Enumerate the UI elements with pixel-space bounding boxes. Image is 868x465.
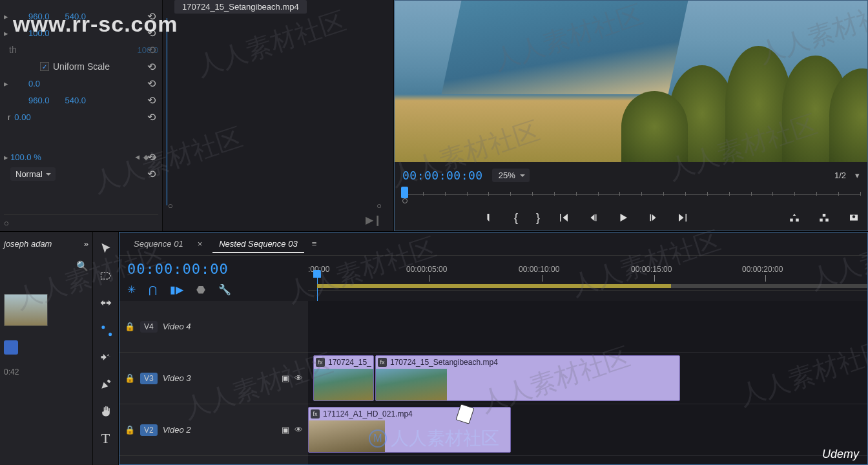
udemy-logo: Udemy [822,448,859,461]
track-tag[interactable]: V3 [140,373,158,384]
project-panel: joseph adam » 🔍 0:42 [0,232,93,465]
extract-icon[interactable] [818,212,830,223]
visibility-icon[interactable]: 👁 [294,425,303,435]
playhead-icon[interactable] [401,187,408,198]
uniform-scale-label: Uniform Scale [53,61,158,72]
slip-tool-icon[interactable] [98,349,114,365]
clip-label: 170724_15_Setangibeach.mp4 [390,358,498,367]
watermark-logo: M 人人素材社区 [369,426,499,451]
type-tool-icon[interactable]: T [98,431,114,446]
reset-icon[interactable]: ⟲ [147,111,156,123]
prev-keyframe-icon[interactable]: ◄ [134,153,141,161]
reset-icon[interactable]: ⟲ [147,151,156,163]
project-tab[interactable]: joseph adam [4,239,52,249]
settings-icon[interactable]: ▾ [855,170,860,180]
watermark-logo-text: 人人素材社区 [391,426,499,451]
antiflicker-value[interactable]: 0.00 [14,112,30,122]
program-preview[interactable] [395,1,867,162]
project-clip-thumb[interactable] [4,294,48,326]
snapping-icon[interactable]: ✳ [127,284,136,296]
toggle-output-icon[interactable]: ▣ [282,373,289,383]
panel-overflow-icon[interactable]: » [84,239,88,249]
settings-wrench-icon[interactable]: 🔧 [218,284,231,296]
markers-icon[interactable]: ⬣ [196,284,205,296]
selection-tool-icon[interactable] [98,241,114,256]
work-area-bar[interactable] [317,284,671,288]
anchor-y[interactable]: 540.0 [65,96,87,105]
razor-tool-icon[interactable] [98,322,114,338]
step-forward-icon[interactable] [647,212,659,223]
source-clip-tab[interactable]: 170724_15_Setangibeach.mp4 [174,0,307,14]
magnet-icon[interactable]: ⋂ [149,284,157,296]
clip-v3-b[interactable]: fx 170724_15_Setangibeach.mp4 [375,355,680,401]
visibility-icon[interactable]: 👁 [294,373,303,383]
reset-icon[interactable]: ⟲ [147,61,156,73]
zoom-dropdown[interactable]: 25% [492,169,530,182]
clip-v3-a[interactable]: fx 170724_15_ [313,355,374,401]
clip-fx-icon: fx [378,358,387,367]
track-header-v3[interactable]: 🔒 V3 Video 3 ▣ 👁 [119,353,308,404]
export-frame-icon[interactable] [848,212,860,223]
track-name: Video 4 [163,322,191,331]
track-select-tool-icon[interactable] [98,268,114,284]
anchor-x[interactable]: 960.0 [28,96,50,105]
clip-fx-icon: fx [311,409,320,418]
clip-fx-icon: fx [316,358,325,367]
lock-icon[interactable]: 🔒 [125,373,135,383]
timeline-tab-nested03[interactable]: Nested Sequence 03 [216,235,300,253]
reset-icon[interactable]: ⟲ [147,78,156,90]
clip-label: 171124_A1_HD_021.mp4 [323,409,413,418]
ruler-label: 00:00:20:00 [742,265,783,274]
reset-icon: ⟲ [147,44,156,56]
program-scrubber[interactable] [401,188,861,201]
ruler-label: 00:00:05:00 [406,265,447,274]
tab-menu-icon[interactable]: ≡ [312,239,317,249]
scale-width-label: th [9,45,137,55]
track-name: Video 3 [163,373,191,383]
clip-label: 170724_15_ [328,358,371,367]
toggle-output-icon[interactable]: ▣ [282,425,289,435]
go-to-in-icon[interactable] [558,212,570,223]
lock-icon[interactable]: 🔒 [125,425,135,435]
timeline-timecode[interactable]: 00:00:00:00 [127,261,300,277]
track-tag[interactable]: V4 [140,321,158,333]
track-header-v2[interactable]: 🔒 V2 Video 2 ▣ 👁 [119,404,308,456]
track-name: Video 2 [163,425,191,435]
close-tab-icon[interactable]: × [198,239,203,249]
step-back-icon[interactable] [588,212,599,223]
hand-tool-icon[interactable] [98,404,114,419]
program-monitor-panel: 00:00:00:00 25% 1/2 ▾ { } [394,0,868,231]
track-header-v4[interactable]: 🔒 V4 Video 4 [119,301,308,353]
mark-in-icon[interactable] [484,212,496,223]
opacity-value[interactable]: 100.0 % [10,152,41,162]
bracket-in-icon[interactable]: { [514,211,518,225]
track-tag[interactable]: V2 [140,424,158,436]
resolution-dropdown[interactable]: 1/2 [834,170,846,180]
reset-icon[interactable]: ⟲ [147,94,156,107]
bracket-out-icon[interactable]: } [536,211,540,225]
play-icon[interactable] [617,212,629,223]
project-meta: 0:42 [4,367,88,377]
reset-icon[interactable]: ⟲ [147,168,156,180]
timeline-ruler[interactable]: :00:00 00:00:05:00 00:00:10:00 00:00:15:… [308,256,867,291]
program-timecode[interactable]: 00:00:00:00 [402,169,483,182]
ruler-label: 00:00:15:00 [631,265,672,274]
watermark-url: www.rr-sc.com [13,12,178,37]
search-icon[interactable]: 🔍 [76,260,88,272]
ruler-label: 00:00:10:00 [519,265,559,274]
project-sequence-icon[interactable] [4,340,18,355]
linked-selection-icon[interactable]: ▮▶ [170,284,183,296]
uniform-scale-checkbox[interactable]: ✓ [40,62,49,71]
play-icon[interactable]: ▶❙ [366,214,382,226]
pen-tool-icon[interactable] [98,377,114,392]
rotation-value[interactable]: 0.0 [28,79,40,88]
lift-icon[interactable] [789,212,800,223]
lock-icon[interactable]: 🔒 [125,322,135,331]
logo-icon: M [369,429,387,448]
ripple-edit-tool-icon[interactable] [98,295,114,311]
blend-mode-dropdown[interactable]: Normal [10,167,56,181]
go-to-out-icon[interactable] [677,212,688,223]
effect-timeline-area: 170724_15_Setangibeach.mp4 ○ ○ ▶❙ [163,0,394,231]
timeline-tab-sequence01[interactable]: Sequence 01 [131,235,186,253]
tool-strip: T [93,232,119,465]
